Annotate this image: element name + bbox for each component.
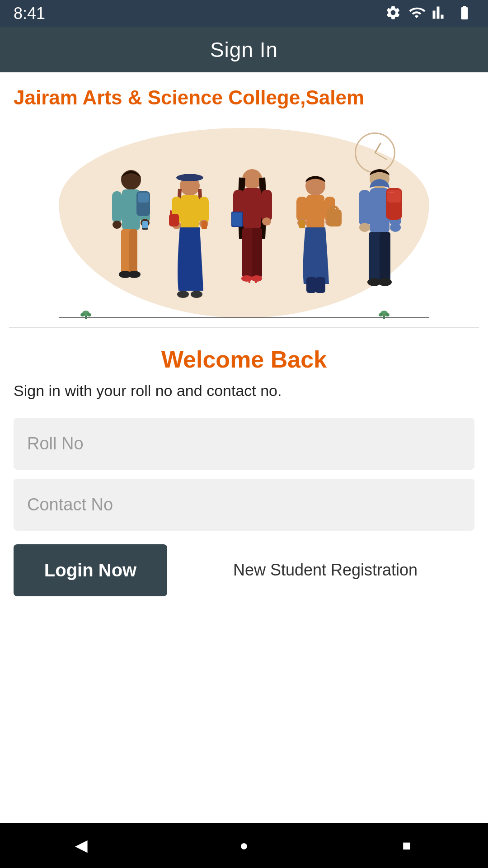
recent-icon: ■ <box>402 837 411 854</box>
svg-point-36 <box>191 291 202 298</box>
college-name: Jairam Arts & Science College,Salem <box>9 72 479 110</box>
svg-rect-61 <box>299 220 305 228</box>
svg-rect-58 <box>306 277 316 293</box>
signal-icon <box>432 5 448 23</box>
svg-rect-70 <box>380 232 390 282</box>
svg-point-35 <box>177 291 189 298</box>
app-bar: Sign In <box>0 27 488 72</box>
svg-point-66 <box>359 223 370 232</box>
buttons-row: Login Now New Student Registration <box>14 544 474 596</box>
status-time: 8:41 <box>14 4 45 23</box>
contact-no-input[interactable] <box>14 479 474 531</box>
svg-rect-64 <box>359 190 371 226</box>
svg-rect-45 <box>252 228 262 278</box>
app-bar-title: Sign In <box>210 38 278 62</box>
svg-rect-53 <box>306 195 324 229</box>
svg-rect-26 <box>183 174 197 180</box>
svg-rect-50 <box>249 278 250 283</box>
svg-rect-38 <box>243 188 261 229</box>
svg-rect-47 <box>232 212 242 226</box>
nav-recent-button[interactable]: ■ <box>393 832 420 859</box>
svg-point-72 <box>378 278 392 286</box>
svg-rect-21 <box>138 193 149 203</box>
svg-point-13 <box>113 221 122 229</box>
nav-bar: ◀ ● ■ <box>0 823 488 868</box>
svg-point-42 <box>262 217 271 226</box>
svg-rect-32 <box>169 214 179 226</box>
svg-rect-17 <box>129 229 137 274</box>
gear-icon <box>385 5 401 23</box>
svg-rect-11 <box>112 191 122 223</box>
register-link[interactable]: New Student Registration <box>176 561 474 580</box>
status-bar: 8:41 <box>0 0 488 27</box>
svg-rect-51 <box>255 278 257 283</box>
svg-rect-33 <box>170 210 172 216</box>
welcome-subtitle: Sign in with your roll no and contact no… <box>14 382 474 400</box>
back-icon: ◀ <box>75 836 88 855</box>
students-illustration <box>59 132 429 327</box>
svg-rect-23 <box>142 221 148 228</box>
svg-rect-75 <box>389 192 394 193</box>
welcome-section: Welcome Back Sign in with your roll no a… <box>9 332 479 418</box>
nav-home-button[interactable]: ● <box>230 832 258 859</box>
battery-icon <box>455 5 474 23</box>
svg-point-19 <box>128 271 141 278</box>
roll-no-input[interactable] <box>14 418 474 470</box>
nav-back-button[interactable]: ◀ <box>68 832 95 859</box>
svg-rect-54 <box>296 197 307 222</box>
home-icon: ● <box>239 837 248 854</box>
illustration <box>9 114 479 327</box>
welcome-title: Welcome Back <box>14 346 474 373</box>
svg-point-48 <box>241 275 252 282</box>
svg-rect-44 <box>242 228 252 278</box>
svg-rect-69 <box>369 232 380 282</box>
svg-rect-27 <box>181 195 199 229</box>
login-button[interactable]: Login Now <box>14 544 167 596</box>
login-form: Login Now New Student Registration <box>9 418 479 596</box>
svg-point-67 <box>390 223 401 232</box>
status-icons <box>385 5 474 23</box>
section-divider <box>9 327 479 328</box>
main-content: Jairam Arts & Science College,Salem <box>0 72 488 823</box>
svg-rect-40 <box>261 190 272 222</box>
svg-rect-59 <box>315 277 325 293</box>
wifi-icon <box>408 5 426 23</box>
svg-rect-60 <box>327 209 342 226</box>
svg-rect-16 <box>121 229 129 274</box>
svg-rect-34 <box>202 221 207 229</box>
